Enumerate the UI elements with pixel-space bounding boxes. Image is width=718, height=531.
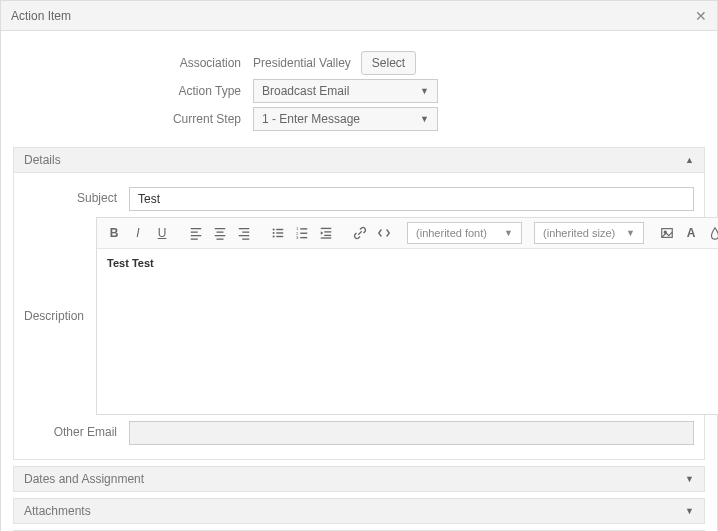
ordered-list-icon[interactable]: 123 — [291, 222, 313, 244]
svg-rect-17 — [276, 236, 283, 237]
action-type-value: Broadcast Email — [262, 84, 349, 98]
rich-text-editor: B I U — [96, 217, 718, 415]
attachments-title: Attachments — [24, 504, 91, 518]
svg-rect-22 — [300, 233, 307, 234]
font-family-select[interactable]: (inherited font) ▼ — [407, 222, 522, 244]
other-email-label: Other Email — [24, 421, 129, 439]
triangle-up-icon: ▲ — [685, 155, 694, 165]
chevron-down-icon: ▼ — [420, 114, 429, 124]
chevron-down-icon: ▼ — [626, 228, 635, 238]
details-header[interactable]: Details ▲ — [14, 148, 704, 172]
font-size-select[interactable]: (inherited size) ▼ — [534, 222, 644, 244]
chevron-down-icon: ▼ — [504, 228, 513, 238]
details-title: Details — [24, 153, 61, 167]
svg-point-12 — [273, 228, 275, 230]
details-section: Details ▲ Subject Description — [13, 147, 705, 460]
svg-rect-23 — [300, 237, 307, 238]
close-icon[interactable]: ✕ — [695, 1, 707, 31]
align-left-icon[interactable] — [185, 222, 207, 244]
current-step-label: Current Step — [13, 112, 253, 126]
svg-rect-21 — [300, 228, 307, 229]
triangle-down-icon: ▼ — [685, 474, 694, 484]
dates-section: Dates and Assignment ▼ — [13, 466, 705, 492]
other-email-input[interactable] — [129, 421, 694, 445]
bold-icon[interactable]: B — [103, 222, 125, 244]
svg-rect-24 — [321, 228, 332, 229]
dialog-title: Action Item — [11, 1, 71, 31]
editor-toolbar: B I U — [97, 218, 718, 249]
action-item-dialog: Action Item ✕ Association Presidential V… — [0, 0, 718, 531]
action-type-label: Action Type — [13, 84, 253, 98]
svg-rect-25 — [324, 231, 331, 232]
action-type-select[interactable]: Broadcast Email ▼ — [253, 79, 438, 103]
drop-icon[interactable] — [704, 222, 718, 244]
svg-text:3: 3 — [296, 235, 299, 240]
attachments-header[interactable]: Attachments ▼ — [14, 499, 704, 523]
code-icon[interactable] — [373, 222, 395, 244]
unordered-list-icon[interactable] — [267, 222, 289, 244]
svg-rect-27 — [321, 237, 332, 238]
top-form: Association Presidential Valley Select A… — [13, 39, 705, 141]
action-type-row: Action Type Broadcast Email ▼ — [13, 79, 705, 103]
description-label: Description — [24, 309, 96, 323]
link-icon[interactable] — [349, 222, 371, 244]
image-icon[interactable] — [656, 222, 678, 244]
description-row: Description B I U — [24, 217, 694, 415]
details-body: Subject Description B I U — [14, 172, 704, 459]
underline-icon[interactable]: U — [151, 222, 173, 244]
association-row: Association Presidential Valley Select — [13, 51, 705, 75]
editor-content: Test Test — [107, 257, 154, 269]
svg-point-13 — [273, 232, 275, 234]
font-family-value: (inherited font) — [416, 227, 487, 239]
indent-icon[interactable] — [315, 222, 337, 244]
attachments-section: Attachments ▼ — [13, 498, 705, 524]
font-size-value: (inherited size) — [543, 227, 615, 239]
align-center-icon[interactable] — [209, 222, 231, 244]
chevron-down-icon: ▼ — [420, 86, 429, 96]
align-right-icon[interactable] — [233, 222, 255, 244]
dialog-content: Association Presidential Valley Select A… — [1, 31, 717, 531]
svg-point-14 — [273, 235, 275, 237]
title-bar: Action Item ✕ — [1, 1, 717, 31]
association-label: Association — [13, 56, 253, 70]
association-select-button[interactable]: Select — [361, 51, 416, 75]
italic-icon[interactable]: I — [127, 222, 149, 244]
subject-input[interactable] — [129, 187, 694, 211]
svg-rect-15 — [276, 229, 283, 230]
editor-area[interactable]: Test Test — [97, 249, 718, 414]
dates-title: Dates and Assignment — [24, 472, 144, 486]
current-step-value: 1 - Enter Message — [262, 112, 360, 126]
other-email-row: Other Email — [24, 421, 694, 445]
current-step-row: Current Step 1 - Enter Message ▼ — [13, 107, 705, 131]
triangle-down-icon: ▼ — [685, 506, 694, 516]
svg-marker-28 — [321, 231, 324, 235]
current-step-select[interactable]: 1 - Enter Message ▼ — [253, 107, 438, 131]
subject-row: Subject — [24, 187, 694, 211]
svg-rect-26 — [324, 235, 331, 236]
text-color-icon[interactable]: A — [680, 222, 702, 244]
svg-rect-16 — [276, 232, 283, 233]
association-value: Presidential Valley — [253, 56, 351, 70]
subject-label: Subject — [24, 187, 129, 205]
dates-header[interactable]: Dates and Assignment ▼ — [14, 467, 704, 491]
